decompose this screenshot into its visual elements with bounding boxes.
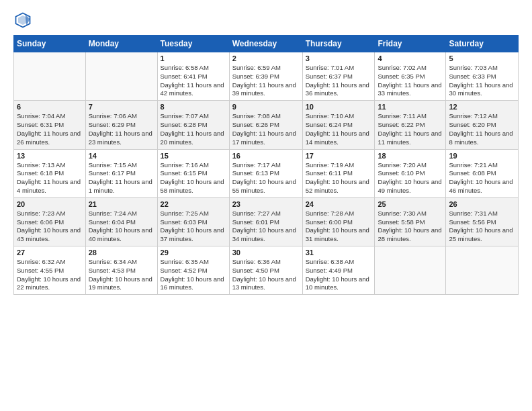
day-info: Sunrise: 7:13 AM Sunset: 6:18 PM Dayligh… <box>17 161 83 195</box>
calendar-cell: 18Sunrise: 7:20 AM Sunset: 6:10 PM Dayli… <box>375 149 446 197</box>
day-number: 26 <box>449 200 515 208</box>
calendar-header-row: SundayMondayTuesdayWednesdayThursdayFrid… <box>14 36 519 52</box>
day-number: 24 <box>306 200 372 208</box>
day-number: 12 <box>449 103 515 111</box>
weekday-header: Sunday <box>14 36 86 52</box>
calendar-cell: 16Sunrise: 7:17 AM Sunset: 6:13 PM Dayli… <box>229 149 302 197</box>
weekday-header: Thursday <box>302 36 375 52</box>
day-info: Sunrise: 7:11 AM Sunset: 6:22 PM Dayligh… <box>378 112 443 146</box>
logo-icon <box>13 11 32 30</box>
calendar-cell: 12Sunrise: 7:12 AM Sunset: 6:20 PM Dayli… <box>446 101 519 149</box>
day-info: Sunrise: 6:38 AM Sunset: 4:49 PM Dayligh… <box>306 258 372 292</box>
calendar-cell: 9Sunrise: 7:08 AM Sunset: 6:26 PM Daylig… <box>229 101 302 149</box>
weekday-header: Tuesday <box>157 36 229 52</box>
day-number: 11 <box>378 103 443 111</box>
weekday-header: Saturday <box>446 36 519 52</box>
day-number: 16 <box>232 152 300 160</box>
day-info: Sunrise: 7:31 AM Sunset: 5:56 PM Dayligh… <box>449 210 515 244</box>
calendar-cell: 28Sunrise: 6:34 AM Sunset: 4:53 PM Dayli… <box>85 246 157 295</box>
day-info: Sunrise: 6:32 AM Sunset: 4:55 PM Dayligh… <box>17 258 83 292</box>
header <box>13 11 519 30</box>
day-info: Sunrise: 7:10 AM Sunset: 6:24 PM Dayligh… <box>306 112 372 146</box>
day-number: 14 <box>89 152 154 160</box>
day-number: 20 <box>17 200 83 208</box>
calendar-cell: 17Sunrise: 7:19 AM Sunset: 6:11 PM Dayli… <box>302 149 375 197</box>
day-info: Sunrise: 7:07 AM Sunset: 6:28 PM Dayligh… <box>161 112 226 146</box>
day-info: Sunrise: 7:27 AM Sunset: 6:01 PM Dayligh… <box>232 210 300 244</box>
calendar-cell: 24Sunrise: 7:28 AM Sunset: 6:00 PM Dayli… <box>302 197 375 246</box>
day-number: 13 <box>17 152 83 160</box>
weekday-header: Monday <box>85 36 157 52</box>
weekday-header: Wednesday <box>229 36 302 52</box>
day-info: Sunrise: 7:06 AM Sunset: 6:29 PM Dayligh… <box>89 112 154 146</box>
calendar-cell: 11Sunrise: 7:11 AM Sunset: 6:22 PM Dayli… <box>375 101 446 149</box>
day-number: 1 <box>161 54 226 62</box>
calendar-cell: 15Sunrise: 7:16 AM Sunset: 6:15 PM Dayli… <box>157 149 229 197</box>
calendar-cell: 26Sunrise: 7:31 AM Sunset: 5:56 PM Dayli… <box>446 197 519 246</box>
day-number: 22 <box>161 200 226 208</box>
day-info: Sunrise: 7:08 AM Sunset: 6:26 PM Dayligh… <box>232 112 300 146</box>
day-info: Sunrise: 7:02 AM Sunset: 6:35 PM Dayligh… <box>378 64 443 98</box>
calendar-cell: 20Sunrise: 7:23 AM Sunset: 6:06 PM Dayli… <box>14 197 86 246</box>
calendar-cell: 31Sunrise: 6:38 AM Sunset: 4:49 PM Dayli… <box>302 246 375 295</box>
calendar-cell: 10Sunrise: 7:10 AM Sunset: 6:24 PM Dayli… <box>302 101 375 149</box>
calendar-cell: 27Sunrise: 6:32 AM Sunset: 4:55 PM Dayli… <box>14 246 86 295</box>
calendar-cell <box>14 52 86 101</box>
day-number: 8 <box>161 103 226 111</box>
calendar-cell: 7Sunrise: 7:06 AM Sunset: 6:29 PM Daylig… <box>85 101 157 149</box>
day-info: Sunrise: 7:15 AM Sunset: 6:17 PM Dayligh… <box>89 161 154 195</box>
day-info: Sunrise: 7:04 AM Sunset: 6:31 PM Dayligh… <box>17 112 83 146</box>
day-info: Sunrise: 7:20 AM Sunset: 6:10 PM Dayligh… <box>378 161 443 195</box>
calendar-cell: 2Sunrise: 6:59 AM Sunset: 6:39 PM Daylig… <box>229 52 302 101</box>
calendar-cell: 25Sunrise: 7:30 AM Sunset: 5:58 PM Dayli… <box>375 197 446 246</box>
day-info: Sunrise: 7:01 AM Sunset: 6:37 PM Dayligh… <box>306 64 372 98</box>
calendar-cell <box>85 52 157 101</box>
day-number: 5 <box>449 54 515 62</box>
logo <box>13 11 35 30</box>
day-number: 3 <box>306 54 372 62</box>
day-number: 6 <box>17 103 83 111</box>
day-info: Sunrise: 7:23 AM Sunset: 6:06 PM Dayligh… <box>17 210 83 244</box>
day-number: 21 <box>89 200 154 208</box>
calendar-table: SundayMondayTuesdayWednesdayThursdayFrid… <box>13 35 519 295</box>
day-info: Sunrise: 7:28 AM Sunset: 6:00 PM Dayligh… <box>306 210 372 244</box>
calendar-cell: 1Sunrise: 6:58 AM Sunset: 6:41 PM Daylig… <box>157 52 229 101</box>
day-number: 25 <box>378 200 443 208</box>
calendar-cell: 4Sunrise: 7:02 AM Sunset: 6:35 PM Daylig… <box>375 52 446 101</box>
day-number: 4 <box>378 54 443 62</box>
calendar-cell: 29Sunrise: 6:35 AM Sunset: 4:52 PM Dayli… <box>157 246 229 295</box>
day-info: Sunrise: 6:59 AM Sunset: 6:39 PM Dayligh… <box>232 64 300 98</box>
calendar-cell: 23Sunrise: 7:27 AM Sunset: 6:01 PM Dayli… <box>229 197 302 246</box>
day-number: 23 <box>232 200 300 208</box>
day-number: 7 <box>89 103 154 111</box>
day-number: 31 <box>306 248 372 257</box>
day-info: Sunrise: 7:16 AM Sunset: 6:15 PM Dayligh… <box>161 161 226 195</box>
day-number: 15 <box>161 152 226 160</box>
day-info: Sunrise: 7:30 AM Sunset: 5:58 PM Dayligh… <box>378 210 443 244</box>
day-info: Sunrise: 7:17 AM Sunset: 6:13 PM Dayligh… <box>232 161 300 195</box>
day-number: 10 <box>306 103 372 111</box>
day-number: 2 <box>232 54 300 62</box>
calendar-week-row: 20Sunrise: 7:23 AM Sunset: 6:06 PM Dayli… <box>14 197 519 246</box>
day-number: 30 <box>232 248 300 257</box>
calendar-week-row: 13Sunrise: 7:13 AM Sunset: 6:18 PM Dayli… <box>14 149 519 197</box>
day-info: Sunrise: 6:34 AM Sunset: 4:53 PM Dayligh… <box>89 258 154 292</box>
calendar-cell: 19Sunrise: 7:21 AM Sunset: 6:08 PM Dayli… <box>446 149 519 197</box>
calendar-cell: 21Sunrise: 7:24 AM Sunset: 6:04 PM Dayli… <box>85 197 157 246</box>
calendar-week-row: 27Sunrise: 6:32 AM Sunset: 4:55 PM Dayli… <box>14 246 519 295</box>
calendar-cell: 30Sunrise: 6:36 AM Sunset: 4:50 PM Dayli… <box>229 246 302 295</box>
page: SundayMondayTuesdayWednesdayThursdayFrid… <box>0 0 532 302</box>
day-info: Sunrise: 6:58 AM Sunset: 6:41 PM Dayligh… <box>161 64 226 98</box>
day-number: 27 <box>17 248 83 257</box>
day-info: Sunrise: 6:36 AM Sunset: 4:50 PM Dayligh… <box>232 258 300 292</box>
calendar-cell: 5Sunrise: 7:03 AM Sunset: 6:33 PM Daylig… <box>446 52 519 101</box>
calendar-cell: 3Sunrise: 7:01 AM Sunset: 6:37 PM Daylig… <box>302 52 375 101</box>
day-info: Sunrise: 6:35 AM Sunset: 4:52 PM Dayligh… <box>161 258 226 292</box>
calendar-week-row: 6Sunrise: 7:04 AM Sunset: 6:31 PM Daylig… <box>14 101 519 149</box>
day-number: 28 <box>89 248 154 257</box>
day-info: Sunrise: 7:25 AM Sunset: 6:03 PM Dayligh… <box>161 210 226 244</box>
day-info: Sunrise: 7:12 AM Sunset: 6:20 PM Dayligh… <box>449 112 515 146</box>
day-info: Sunrise: 7:21 AM Sunset: 6:08 PM Dayligh… <box>449 161 515 195</box>
day-number: 9 <box>232 103 300 111</box>
day-number: 18 <box>378 152 443 160</box>
